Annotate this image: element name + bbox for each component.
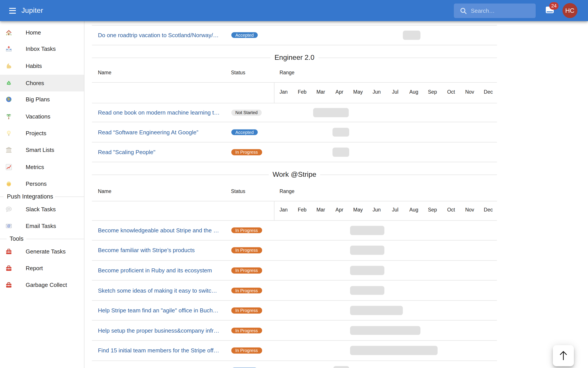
svg-text:@: @: [7, 224, 10, 228]
